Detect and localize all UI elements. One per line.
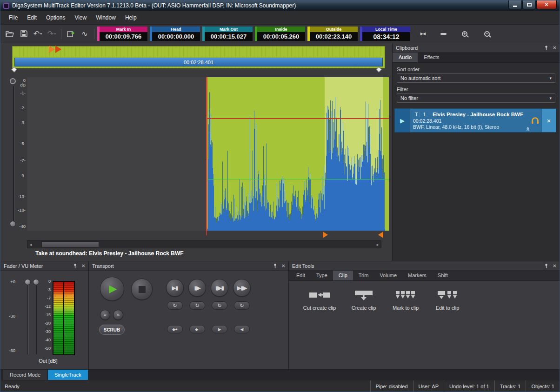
time-field-mark-out[interactable]: Mark Out 00:00:15.027 [202, 27, 253, 41]
pin-icon[interactable] [544, 264, 548, 268]
selection-end-marker[interactable] [378, 232, 383, 238]
clipboard-item[interactable]: ▶ T 1 Elvis Presley - Jailhouse Rock BWF… [394, 108, 556, 133]
pin-icon[interactable] [73, 264, 77, 268]
play-to-end-button[interactable]: ▶▮ [166, 279, 184, 297]
panel-close-icon[interactable]: × [553, 46, 556, 50]
collapse-chevrons-icon[interactable]: ≪ [526, 126, 530, 131]
db-tick: -13- [4, 194, 26, 199]
menu-help[interactable]: Help [120, 12, 141, 23]
tab-edit[interactable]: Edit [291, 271, 311, 280]
prev-marker-button[interactable]: ◀ [234, 325, 250, 333]
marker-flag-icon[interactable] [55, 46, 61, 53]
inside-value: 00:00:05.260 [257, 32, 305, 41]
fader-knob-left[interactable] [25, 279, 31, 285]
cut-create-clip-button[interactable]: Cut create clip [296, 287, 343, 311]
loop-button-2[interactable]: ↻ [189, 301, 205, 310]
pin-icon[interactable] [273, 264, 277, 268]
title-bar[interactable]: DigaSystem MultiTrack Editor Version 7.1… [0, 0, 560, 11]
create-clip-button[interactable]: Create clip [343, 287, 385, 311]
zoom-in-icon[interactable]: + [458, 27, 471, 40]
tab-markers[interactable]: Markers [402, 271, 432, 280]
scrub-button[interactable]: SCRUB [99, 325, 125, 335]
fader-knob-right[interactable] [33, 279, 39, 285]
scrollbar-track[interactable] [34, 241, 374, 248]
edit-to-clip-button[interactable]: Edit to clip [427, 287, 468, 311]
redo-button[interactable]: ↷▾ [45, 27, 58, 40]
item-duration: 00:02:28.401 [413, 118, 526, 124]
play-around-button[interactable]: ▶▮▶ [233, 279, 251, 297]
panel-close-icon[interactable]: × [81, 264, 85, 268]
menu-window[interactable]: Window [91, 12, 120, 23]
menu-options[interactable]: Options [41, 12, 70, 23]
loop-button-4[interactable]: ↻ [234, 301, 250, 310]
zoom-out-icon[interactable]: − [480, 27, 493, 40]
play-selection-button[interactable]: ▮▶▮ [211, 279, 228, 297]
tab-type[interactable]: Type [311, 271, 333, 280]
marker-flag-icon[interactable] [49, 46, 55, 53]
next-marker-button[interactable]: ▶ [212, 325, 227, 333]
tab-singletrack[interactable]: SingleTrack [48, 370, 88, 380]
minimize-button[interactable] [508, 0, 522, 9]
transport-panel: Transport × ▶ ▶▮ ▮▶ ▮▶▮ ▶▮▶ ↻ ↻ ↻ ↻ « » … [89, 261, 289, 369]
forward-button[interactable]: » [113, 310, 123, 320]
tab-record-mode[interactable]: Record Mode [3, 370, 47, 380]
maximize-button[interactable] [522, 0, 536, 9]
fader-track-left[interactable] [27, 284, 29, 354]
time-field-inside[interactable]: Inside 00:00:05.260 [255, 27, 305, 41]
overview-position-bar[interactable]: 00:02:28.401 [14, 58, 383, 66]
overview-bar[interactable]: 00:02:28.401 [12, 46, 385, 68]
close-button[interactable]: × [536, 0, 557, 9]
mark-to-clip-button[interactable]: Mark to clip [385, 287, 427, 311]
time-field-head[interactable]: Head 00:00:00.000 [150, 27, 200, 41]
item-play-button[interactable]: ▶ [395, 109, 410, 132]
play-button[interactable]: ▶ [100, 277, 124, 301]
play-from-mark-button[interactable]: ▮▶ [188, 279, 206, 297]
undo-button[interactable]: ↶▾ [31, 27, 44, 40]
waveform-canvas[interactable] [27, 77, 389, 231]
pin-icon[interactable] [544, 46, 548, 50]
tab-trim[interactable]: Trim [353, 271, 374, 280]
time-field-outside[interactable]: Outside 00:02:23.140 [307, 27, 358, 41]
selection-start-marker[interactable] [323, 232, 328, 238]
open-folder-icon[interactable] [3, 27, 16, 40]
remove-marker-button[interactable]: ◆- [189, 325, 205, 333]
scroll-left-icon[interactable]: ◂ [27, 242, 34, 247]
menu-view[interactable]: View [70, 12, 91, 23]
filter-select[interactable]: No filter ▾ [397, 93, 555, 103]
item-title: Elvis Presley - Jailhouse Rock BWF [433, 112, 523, 117]
horizontal-scrollbar[interactable]: ◂ ▸ [27, 240, 381, 248]
collapse-toolbar-icon[interactable] [437, 27, 450, 40]
add-marker-button[interactable]: ◆+ [167, 325, 183, 333]
vu-bar-right [64, 282, 74, 354]
stop-button[interactable] [131, 279, 153, 300]
panel-close-icon[interactable]: × [553, 264, 556, 268]
waveform-tool-icon[interactable]: ∿ [78, 27, 91, 40]
vu-scale-tick: 0 [41, 279, 51, 284]
prelisten-button[interactable]: ≪ [528, 109, 541, 132]
meet-arrows-icon[interactable]: ▶◀ [416, 27, 429, 40]
tab-effects[interactable]: Effects [418, 53, 445, 62]
scrollbar-thumb[interactable] [41, 241, 99, 247]
mark-to-clip-label: Mark to clip [393, 305, 419, 311]
sort-order-select[interactable]: No automatic sort ▾ [397, 73, 555, 83]
menu-edit[interactable]: Edit [22, 12, 41, 23]
fader-track-right[interactable] [36, 284, 37, 354]
loop-button-3[interactable]: ↻ [212, 301, 227, 310]
time-field-local-time[interactable]: Local Time 08:34:12 [360, 27, 410, 41]
rewind-button[interactable]: « [100, 310, 110, 320]
play-icon: ▶ [400, 117, 405, 124]
panel-close-icon[interactable]: × [281, 264, 285, 268]
save-icon[interactable] [17, 27, 30, 40]
item-remove-button[interactable]: × [541, 109, 556, 132]
tab-volume[interactable]: Volume [374, 271, 402, 280]
time-field-mark-in[interactable]: Mark In 00:00:09.766 [97, 27, 147, 41]
tab-clip[interactable]: Clip [333, 271, 353, 280]
playhead-tick [206, 231, 207, 235]
loop-button-1[interactable]: ↻ [167, 301, 183, 310]
tab-audio[interactable]: Audio [393, 53, 418, 62]
scroll-right-icon[interactable]: ▸ [374, 242, 381, 247]
export-icon[interactable] [64, 27, 77, 40]
create-clip-icon [353, 289, 374, 301]
menu-file[interactable]: File [4, 12, 22, 23]
tab-shift[interactable]: Shift [432, 271, 453, 280]
